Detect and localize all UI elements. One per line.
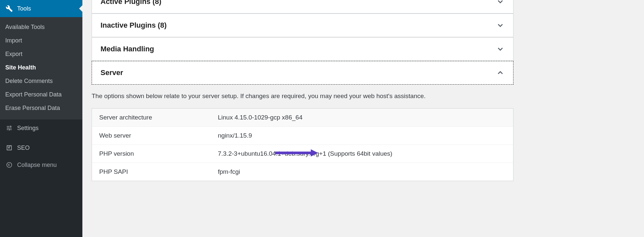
panel-inactive-plugins: Inactive Plugins (8) xyxy=(92,13,513,37)
panel-title: Media Handling xyxy=(101,45,154,53)
collapse-menu[interactable]: Collapse menu xyxy=(0,156,82,173)
yoast-icon xyxy=(5,144,13,152)
chevron-down-icon xyxy=(496,21,505,30)
collapse-label: Collapse menu xyxy=(17,162,57,169)
submenu-item-delete-comments[interactable]: Delete Comments xyxy=(0,74,82,88)
chevron-down-icon xyxy=(496,45,505,53)
row-label: PHP SAPI xyxy=(99,168,218,175)
wrench-icon xyxy=(5,5,13,13)
sidebar-item-label: Settings xyxy=(17,125,39,132)
panel-title: Active Plugins (8) xyxy=(101,0,161,6)
server-info-table: Server architecture Linux 4.15.0-1029-gc… xyxy=(92,108,513,181)
panel-title: Inactive Plugins (8) xyxy=(101,21,167,30)
panel-header-server[interactable]: Server xyxy=(92,61,513,84)
submenu-item-export-personal-data[interactable]: Export Personal Data xyxy=(0,88,82,101)
chevron-down-icon xyxy=(496,0,505,6)
main-content: Active Plugins (8) Inactive Plugins (8) … xyxy=(82,0,644,237)
panel-header-inactive-plugins[interactable]: Inactive Plugins (8) xyxy=(92,14,513,37)
admin-sidebar: Tools Available Tools Import Export Site… xyxy=(0,0,82,237)
chevron-up-icon xyxy=(496,68,505,77)
table-row: Web server nginx/1.15.9 xyxy=(92,127,513,145)
panel-header-media-handling[interactable]: Media Handling xyxy=(92,38,513,61)
table-row: PHP SAPI fpm-fcgi xyxy=(92,163,513,181)
submenu-item-import[interactable]: Import xyxy=(0,34,82,47)
submenu-item-available-tools[interactable]: Available Tools xyxy=(0,20,82,34)
panel-title: Server xyxy=(101,68,123,77)
panel-server: Server xyxy=(92,61,513,85)
row-value: fpm-fcgi xyxy=(218,168,506,175)
sidebar-item-settings[interactable]: Settings xyxy=(0,119,82,137)
row-label: PHP version xyxy=(99,150,218,157)
tools-submenu: Available Tools Import Export Site Healt… xyxy=(0,17,82,119)
sidebar-item-tools[interactable]: Tools xyxy=(0,0,82,17)
panel-header-active-plugins[interactable]: Active Plugins (8) xyxy=(92,0,513,13)
submenu-item-site-health[interactable]: Site Health xyxy=(0,61,82,74)
row-value: Linux 4.15.0-1029-gcp x86_64 xyxy=(218,114,506,121)
sidebar-item-label: SEO xyxy=(17,145,30,151)
row-value: nginx/1.15.9 xyxy=(218,132,506,139)
submenu-item-erase-personal-data[interactable]: Erase Personal Data xyxy=(0,101,82,115)
server-description: The options shown below relate to your s… xyxy=(92,92,635,108)
sliders-icon xyxy=(5,124,13,132)
panel-media-handling: Media Handling xyxy=(92,37,513,61)
svg-point-0 xyxy=(7,163,12,168)
submenu-item-export[interactable]: Export xyxy=(0,47,82,61)
table-row: PHP version 7.3.2-3+ubuntu16.04.1+deb.su… xyxy=(92,145,513,163)
row-label: Web server xyxy=(99,132,218,139)
row-label: Server architecture xyxy=(99,114,218,121)
panel-server-body: The options shown below relate to your s… xyxy=(92,85,635,181)
sidebar-item-seo[interactable]: SEO xyxy=(0,139,82,156)
collapse-icon xyxy=(5,161,13,169)
sidebar-item-label: Tools xyxy=(17,5,31,12)
table-row: Server architecture Linux 4.15.0-1029-gc… xyxy=(92,109,513,127)
row-value: 7.3.2-3+ubuntu16.04.1+deb.sury.org+1 (Su… xyxy=(218,150,506,157)
